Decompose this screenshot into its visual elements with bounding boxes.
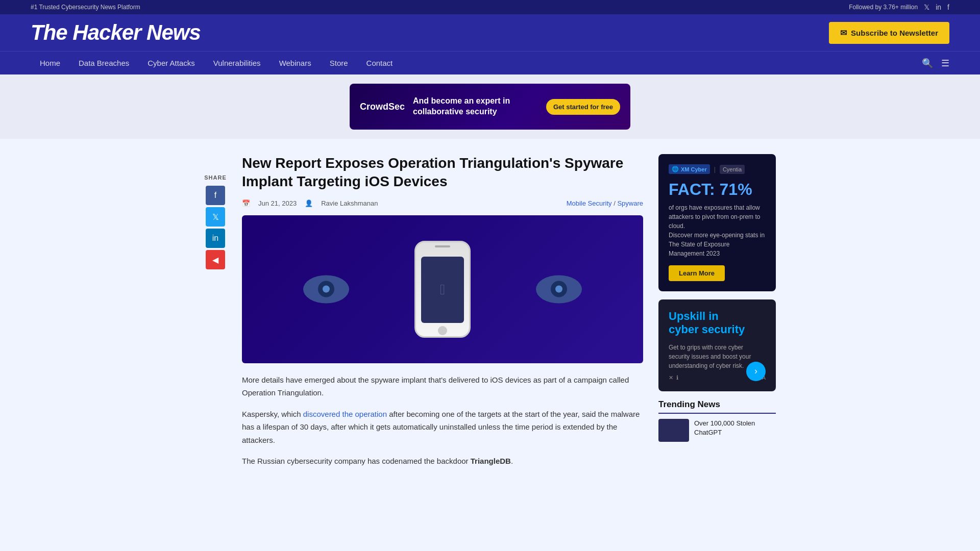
share-other-button[interactable]: ◀ xyxy=(206,250,225,269)
xm-cyber-text: XM Cyber xyxy=(681,166,707,172)
phone-speaker xyxy=(435,245,450,247)
trending-item-text: Over 100,000 Stolen ChatGPT xyxy=(694,419,755,436)
article-author: Ravie Lakshmanan xyxy=(321,199,378,207)
twitter-icon[interactable]: 𝕏 xyxy=(924,3,929,11)
article-paragraph-3: The Russian cybersecurity company has co… xyxy=(242,455,643,468)
share-sidebar: SHARE f 𝕏 in ◀ xyxy=(204,154,227,476)
eye-left-shape xyxy=(303,275,349,303)
trending-thumb xyxy=(658,419,689,442)
banner-logo: CrowdSec xyxy=(360,102,405,112)
article-area: New Report Exposes Operation Triangulati… xyxy=(242,154,643,476)
ad-logos: 🌐 XM Cyber | Cyentia xyxy=(669,164,766,174)
ad-close-button[interactable]: ✕ xyxy=(669,374,673,381)
share-facebook-button[interactable]: f xyxy=(206,186,225,205)
calendar-icon: 📅 xyxy=(242,199,250,207)
search-button[interactable]: 🔍 xyxy=(922,58,933,69)
eye-right-shape xyxy=(536,275,582,303)
menu-button[interactable]: ☰ xyxy=(941,58,949,69)
share-label: SHARE xyxy=(204,174,227,181)
share-linkedin-button[interactable]: in xyxy=(206,229,225,248)
apple-logo-icon:  xyxy=(440,282,445,298)
eye-left xyxy=(303,275,349,303)
author-icon: 👤 xyxy=(305,199,313,207)
subscribe-button[interactable]: ✉ Subscribe to Newsletter xyxy=(829,22,949,44)
tagline: #1 Trusted Cybersecurity News Platform xyxy=(31,4,140,11)
phone-screen:  xyxy=(421,257,464,323)
banner-text: And become an expert in collaborative se… xyxy=(413,96,538,117)
eye-left-inner xyxy=(323,286,330,293)
article-body: More details have emerged about the spyw… xyxy=(242,373,643,468)
facebook-icon[interactable]: f xyxy=(947,3,949,11)
trending-item: Over 100,000 Stolen ChatGPT xyxy=(658,419,776,442)
banner-area: CrowdSec And become an expert in collabo… xyxy=(0,74,980,139)
nav-store[interactable]: Store xyxy=(321,52,357,74)
ad-info-icon[interactable]: ℹ xyxy=(676,374,678,381)
site-header: The Hacker News ✉ Subscribe to Newslette… xyxy=(0,14,980,51)
backdoor-name: TriangleDB xyxy=(471,457,511,465)
nav-home[interactable]: Home xyxy=(31,52,69,74)
nav-contact[interactable]: Contact xyxy=(357,52,402,74)
eye-left-pupil xyxy=(318,281,334,297)
social-icons-group: Followed by 3.76+ million 𝕏 in f xyxy=(849,3,949,11)
ad-box-xmcyber[interactable]: 🌐 XM Cyber | Cyentia FACT: 71% of orgs h… xyxy=(658,154,776,291)
article-meta: 📅 Jun 21, 2023 👤 Ravie Lakshmanan Mobile… xyxy=(242,199,643,207)
article-paragraph-1: More details have emerged about the spyw… xyxy=(242,373,643,399)
article-date: Jun 21, 2023 xyxy=(258,199,297,207)
nav-data-breaches[interactable]: Data Breaches xyxy=(69,52,138,74)
top-bar: #1 Trusted Cybersecurity News Platform F… xyxy=(0,0,980,14)
ad-body-sub: Discover more eye-opening stats in The S… xyxy=(669,232,765,257)
tag-mobile-security[interactable]: Mobile Security xyxy=(567,199,612,207)
ad-box-upskill[interactable]: Upskill in cyber security Get to grips w… xyxy=(658,299,776,391)
linkedin-share-icon: in xyxy=(212,234,218,243)
trending-text[interactable]: Over 100,000 Stolen ChatGPT xyxy=(694,419,776,437)
ad-upskill-title: Upskill in cyber security xyxy=(669,310,766,337)
trending-title: Trending News xyxy=(658,399,776,414)
tag-spyware[interactable]: Spyware xyxy=(617,199,643,207)
article-tags: Mobile Security / Spyware xyxy=(567,199,643,207)
ad-body-main: of orgs have exposures that allow attack… xyxy=(669,204,760,230)
linkedin-icon[interactable]: in xyxy=(936,3,941,11)
nav-cyber-attacks[interactable]: Cyber Attacks xyxy=(138,52,204,74)
main-nav: Home Data Breaches Cyber Attacks Vulnera… xyxy=(0,51,980,74)
envelope-icon: ✉ xyxy=(840,28,847,38)
twitter-share-icon: 𝕏 xyxy=(212,212,219,222)
article-paragraph-2: Kaspersky, which discovered the operatio… xyxy=(242,408,643,447)
article-title: New Report Exposes Operation Triangulati… xyxy=(242,154,643,191)
nav-vulnerabilities[interactable]: Vulnerabilities xyxy=(204,52,270,74)
share-other-icon: ◀ xyxy=(212,255,218,265)
eye-right xyxy=(536,275,582,303)
site-title: The Hacker News xyxy=(31,20,201,45)
trending-section: Trending News Over 100,000 Stolen ChatGP… xyxy=(658,399,776,442)
phone-illustration:  xyxy=(414,241,471,338)
followers-text: Followed by 3.76+ million xyxy=(849,4,918,11)
ad-body-text: of orgs have exposures that allow attack… xyxy=(669,203,766,258)
ad-learn-button[interactable]: Learn More xyxy=(669,265,725,281)
banner-ad[interactable]: CrowdSec And become an expert in collabo… xyxy=(350,84,630,130)
eye-right-pupil xyxy=(551,281,567,297)
discovered-operation-link[interactable]: discovered the operation xyxy=(303,410,387,418)
ad-logo-separator: | xyxy=(714,166,716,173)
cyentia-logo: Cyentia xyxy=(720,165,745,174)
nav-webinars[interactable]: Webinars xyxy=(270,52,321,74)
xm-cyber-logo: 🌐 XM Cyber xyxy=(669,164,710,174)
phone-home-button xyxy=(438,326,447,335)
eye-right-inner xyxy=(555,286,562,293)
facebook-share-icon: f xyxy=(214,191,216,200)
xm-cyber-emoji: 🌐 xyxy=(672,166,679,172)
share-twitter-button[interactable]: 𝕏 xyxy=(206,207,225,227)
ad-close-group: ✕ ℹ xyxy=(669,374,678,381)
nav-icons: 🔍 ☰ xyxy=(922,58,949,69)
banner-cta-button[interactable]: Get started for free xyxy=(546,99,620,115)
main-layout: SHARE f 𝕏 in ◀ New Report Exposes Operat… xyxy=(184,139,796,491)
article-meta-left: 📅 Jun 21, 2023 👤 Ravie Lakshmanan xyxy=(242,199,378,207)
article-hero-image:  xyxy=(242,215,643,363)
ad-big-stat: FACT: 71% xyxy=(669,180,766,199)
right-sidebar: 🌐 XM Cyber | Cyentia FACT: 71% of orgs h… xyxy=(658,154,776,476)
subscribe-label: Subscribe to Newsletter xyxy=(851,29,938,37)
ad-arrow-button[interactable]: › xyxy=(746,362,766,381)
banner-logo-text: CrowdSec xyxy=(360,102,405,112)
